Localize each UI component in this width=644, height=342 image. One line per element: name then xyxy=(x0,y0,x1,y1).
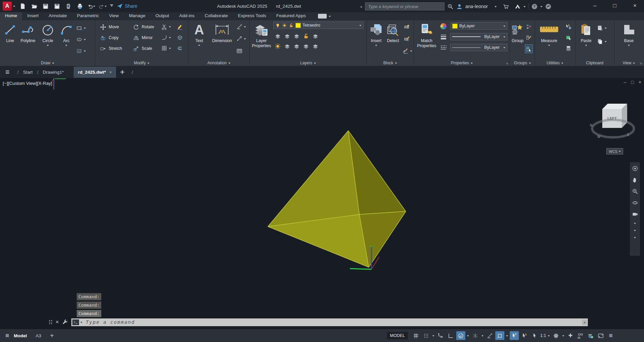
offset-button[interactable] xyxy=(177,44,183,52)
clean-screen-toggle[interactable] xyxy=(596,331,605,340)
edit-attributes-button[interactable] xyxy=(402,47,412,55)
search-icon[interactable] xyxy=(447,3,454,10)
model-tab[interactable]: Model xyxy=(14,333,27,338)
object-snap-tracking-toggle[interactable] xyxy=(485,331,494,340)
annotation-scale-caret[interactable] xyxy=(548,335,550,338)
layer-freeze-button[interactable] xyxy=(293,32,300,40)
full-navigation-wheel-icon[interactable] xyxy=(632,165,638,172)
new-drawing-tab-button[interactable]: + xyxy=(120,67,125,77)
ribbon-tab-home[interactable]: Home xyxy=(0,12,22,20)
navbar-pan-caret[interactable] xyxy=(634,223,636,225)
dimension-button[interactable]: Dimension xyxy=(209,22,236,43)
annotation-autoscale-toggle[interactable] xyxy=(520,331,529,340)
navbar-orbit-caret[interactable] xyxy=(634,237,636,239)
feedback-icon[interactable] xyxy=(545,3,551,10)
snap-mode-toggle[interactable] xyxy=(422,331,431,340)
ribbon-tab-collaborate[interactable]: Collaborate xyxy=(200,12,233,20)
command-customize-wrench-icon[interactable] xyxy=(62,319,68,326)
drawing-area[interactable]: [−][Custom View][X-Ray] – □ × LEFT N W S… xyxy=(0,78,644,329)
copy-clip-button[interactable] xyxy=(597,38,607,45)
layer-unlock-icon[interactable] xyxy=(289,23,294,28)
annotation-monitor-toggle[interactable]: + xyxy=(566,331,575,340)
rectangle-button[interactable] xyxy=(76,24,86,32)
annotation-visibility-toggle[interactable] xyxy=(510,331,519,340)
user-menu-caret[interactable] xyxy=(495,6,497,8)
layer-off-button[interactable] xyxy=(275,32,281,40)
text-button[interactable]: A Text xyxy=(191,22,207,46)
save-as-button[interactable] xyxy=(53,2,61,10)
erase-button[interactable] xyxy=(177,23,183,30)
isometric-drafting-caret[interactable] xyxy=(481,335,484,338)
panel-label-draw[interactable]: Draw xyxy=(0,61,95,65)
ribbon-display-toggle[interactable] xyxy=(318,14,327,19)
arc-button[interactable]: Arc xyxy=(59,22,73,46)
snap-mode-caret[interactable] xyxy=(432,335,434,338)
trim-button[interactable] xyxy=(161,23,171,30)
scale-button[interactable]: Scale xyxy=(133,44,152,53)
ribbon-display-caret[interactable] xyxy=(329,16,331,18)
layer-lock-button[interactable] xyxy=(303,32,309,40)
move-button[interactable]: Move xyxy=(100,23,119,31)
layer-dropdown-caret[interactable] xyxy=(359,25,361,27)
search-input[interactable] xyxy=(365,2,444,10)
tetrahedron-model[interactable] xyxy=(0,78,644,329)
mirror-button[interactable]: Mirror xyxy=(133,34,153,42)
username-label[interactable]: ana-leonor xyxy=(465,4,488,9)
new-file-button[interactable] xyxy=(19,2,27,10)
file-tab-start[interactable]: Start xyxy=(22,67,34,77)
model-space-badge[interactable]: MODEL xyxy=(387,332,408,339)
ribbon-tab-express-tools[interactable]: Express Tools xyxy=(233,12,271,20)
command-bar-close-icon[interactable]: × xyxy=(56,319,59,326)
edit-block-button[interactable] xyxy=(404,35,410,42)
leader-button[interactable] xyxy=(236,35,246,42)
linetype-dropdown[interactable]: ByLayer xyxy=(450,44,507,51)
polyline-button[interactable]: Polyline xyxy=(17,22,38,43)
linear-dimension-button[interactable] xyxy=(236,23,246,30)
object-snap-toggle[interactable] xyxy=(495,331,504,340)
ribbon-tab-output[interactable]: Output xyxy=(150,12,174,20)
search-expand-icon[interactable]: ▸ xyxy=(361,5,362,8)
annotation-scale-icon[interactable] xyxy=(530,331,539,340)
save-button[interactable] xyxy=(41,2,49,10)
undo-button[interactable] xyxy=(87,2,95,10)
quick-select-button[interactable] xyxy=(565,23,572,30)
panel-label-properties[interactable]: Properties↘ xyxy=(414,61,510,65)
ungroup-button[interactable] xyxy=(526,23,532,30)
command-prompt-icon[interactable] xyxy=(72,319,79,325)
file-tab-drawing1[interactable]: Drawing1* xyxy=(41,67,65,77)
panel-label-annotation[interactable]: Annotation xyxy=(188,61,249,65)
object-snap-caret[interactable] xyxy=(506,335,508,338)
zoom-extents-icon[interactable] xyxy=(632,188,638,195)
layout-menu-icon[interactable]: ≡ xyxy=(5,332,9,339)
stretch-button[interactable]: Stretch xyxy=(100,44,122,53)
command-recent-caret[interactable] xyxy=(80,322,82,324)
layer-walk-button[interactable] xyxy=(312,42,319,50)
customization-menu-icon[interactable]: ≡ xyxy=(606,331,615,340)
layer-isolate-button[interactable] xyxy=(284,32,290,40)
command-bar-drag-handle[interactable] xyxy=(49,320,52,324)
command-scroll-up-icon[interactable]: ▲ xyxy=(582,319,587,325)
layer-on-bulb-icon[interactable] xyxy=(275,23,280,28)
properties-launcher-icon[interactable]: ↘ xyxy=(506,61,508,65)
isolate-objects-toggle[interactable] xyxy=(576,331,585,340)
panel-label-layers[interactable]: Layers xyxy=(250,61,366,65)
array-button[interactable] xyxy=(161,44,171,52)
grid-display-toggle[interactable] xyxy=(412,331,421,340)
quick-pick-button[interactable] xyxy=(565,34,572,41)
help-menu-caret[interactable] xyxy=(540,6,542,8)
plot-button[interactable] xyxy=(76,2,84,10)
command-input[interactable] xyxy=(82,319,588,325)
hatch-button[interactable] xyxy=(76,47,86,55)
command-input-bar[interactable]: ▲ xyxy=(71,318,588,326)
create-block-button[interactable] xyxy=(404,23,410,30)
ribbon-tab-manage[interactable]: Manage xyxy=(124,12,150,20)
layer-color-swatch[interactable] xyxy=(295,23,301,28)
graphics-performance-toggle[interactable] xyxy=(586,331,595,340)
layer-on-button[interactable] xyxy=(275,42,281,50)
panel-label-modify[interactable]: Modify xyxy=(95,61,188,65)
polar-tracking-toggle[interactable] xyxy=(456,331,465,340)
new-layout-button[interactable]: + xyxy=(50,332,54,340)
detect-button[interactable]: Detect xyxy=(384,22,402,43)
ribbon-tab-view[interactable]: View xyxy=(104,12,124,20)
user-avatar-icon[interactable] xyxy=(456,3,463,10)
